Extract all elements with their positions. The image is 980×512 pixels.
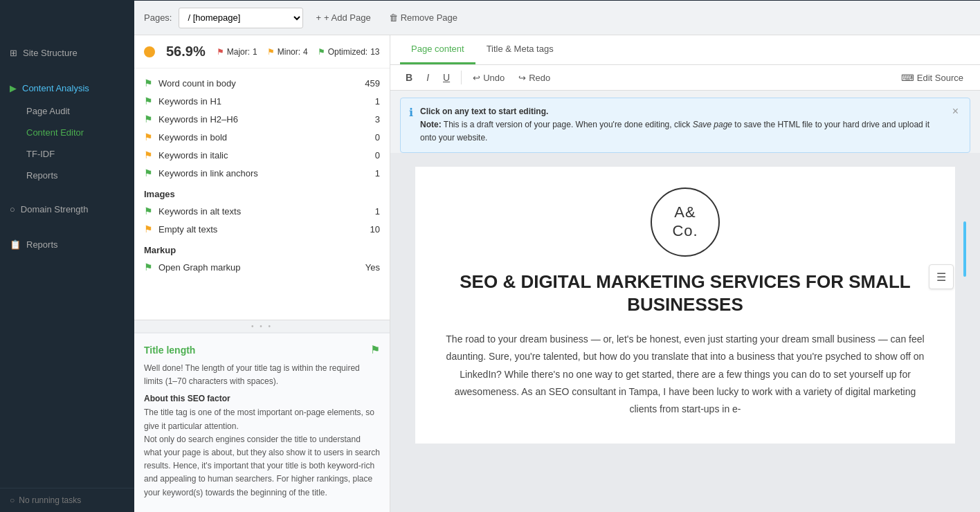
major-label: Major: xyxy=(227,47,250,57)
metric-flag-icon: ⚑ xyxy=(144,262,153,273)
metric-value: 1 xyxy=(363,96,380,107)
info-note-text: This is a draft version of your page. Wh… xyxy=(444,120,690,129)
sidebar-item-content-editor[interactable]: Content Editor xyxy=(0,122,134,143)
metric-word-count: ⚑ Word count in body 459 xyxy=(134,74,390,92)
logo-circle: A&Co. xyxy=(651,188,720,257)
metric-value: 1 xyxy=(363,206,380,217)
editor-toolbar: B I U ↩ Undo ↪ Redo ⌨ Edit Source xyxy=(390,65,980,91)
metric-value: 459 xyxy=(363,78,380,89)
remove-page-button[interactable]: 🗑 Remove Page xyxy=(383,10,463,26)
info-heading: Click on any text to start editing. xyxy=(420,107,548,116)
optimized-count: 13 xyxy=(370,47,379,57)
sidebar-item-page-audit[interactable]: Page Audit xyxy=(0,100,134,122)
edit-source-button[interactable]: ⌨ Edit Source xyxy=(894,70,970,86)
minor-flag: ⚑ Minor: 4 xyxy=(267,47,308,57)
images-section-heading: Images xyxy=(134,182,390,202)
info-icon: ℹ xyxy=(409,106,413,119)
pages-select[interactable]: / [homepage] xyxy=(179,8,303,28)
detail-about-text: The title tag is one of the most importa… xyxy=(144,406,380,499)
score-bar: 56.9% ⚑ Major: 1 ⚑ Minor: 4 ⚑ Optimized: xyxy=(134,35,390,68)
metric-label: Empty alt texts xyxy=(158,224,358,235)
metric-flag-icon: ⚑ xyxy=(144,167,153,179)
sidebar-item-label: Content Analysis xyxy=(22,83,89,93)
optimized-label: Optimized: xyxy=(328,47,368,57)
bold-button[interactable]: B xyxy=(400,69,418,86)
metric-label: Keywords in bold xyxy=(158,132,358,143)
tab-page-content[interactable]: Page content xyxy=(400,35,475,64)
metric-value: 1 xyxy=(363,168,380,179)
plus-icon: + xyxy=(316,12,321,23)
metric-kw-h1: ⚑ Keywords in H1 1 xyxy=(134,92,390,110)
major-count: 1 xyxy=(253,47,257,57)
content-panel: Page content Title & Meta tags B I U ↩ U… xyxy=(390,35,980,512)
metric-flag-icon: ⚑ xyxy=(144,205,153,217)
metric-label: Keywords in italic xyxy=(158,150,358,161)
metric-kw-link: ⚑ Keywords in link anchors 1 xyxy=(134,164,390,182)
info-banner: ℹ Click on any text to start editing. No… xyxy=(400,98,970,153)
reports-icon: 📋 xyxy=(10,239,21,250)
major-flag: ⚑ Major: 1 xyxy=(217,47,257,57)
metric-og-markup: ⚑ Open Graph markup Yes xyxy=(134,258,390,276)
metric-label: Open Graph markup xyxy=(158,262,358,273)
metric-kw-alt: ⚑ Keywords in alt texts 1 xyxy=(134,202,390,220)
page-logo: A&Co. xyxy=(443,188,927,257)
info-save-page: Save page xyxy=(693,120,732,129)
metric-value: 0 xyxy=(363,150,380,161)
metric-label: Word count in body xyxy=(158,78,358,89)
sidebar-item-content-analysis[interactable]: ▶ Content Analysis xyxy=(0,76,134,100)
undo-icon: ↩ xyxy=(473,73,480,83)
info-text: Click on any text to start editing. Note… xyxy=(420,105,943,145)
sidebar-item-tf-idf[interactable]: TF-IDF xyxy=(0,143,134,165)
scroll-accent xyxy=(963,221,966,277)
metric-label: Keywords in H2–H6 xyxy=(158,114,358,125)
logo-text: A&Co. xyxy=(672,203,698,240)
content-tabs: Page content Title & Meta tags xyxy=(390,35,980,65)
pages-label: Pages: xyxy=(144,12,172,23)
minor-label: Minor: xyxy=(278,47,300,57)
sidebar-item-site-structure[interactable]: ⊞ Site Structure xyxy=(0,41,134,65)
italic-button[interactable]: I xyxy=(421,69,435,86)
redo-button[interactable]: ↪ Redo xyxy=(513,70,556,86)
detail-flag-icon: ⚑ xyxy=(370,343,380,356)
metric-value: Yes xyxy=(363,262,380,273)
page-body-text[interactable]: The road to your dream business — or, le… xyxy=(443,331,927,418)
score-circle xyxy=(144,46,155,57)
info-note-label: Note: xyxy=(420,120,442,129)
sidebar-item-reports[interactable]: 📋 Reports xyxy=(0,232,134,257)
minor-flag-icon: ⚑ xyxy=(267,47,275,57)
sidebar-sub-menu: Page Audit Content Editor TF-IDF Reports xyxy=(0,100,134,186)
tab-title-meta[interactable]: Title & Meta tags xyxy=(475,35,565,64)
chart-icon: ▶ xyxy=(10,83,17,93)
sidebar-item-label: Domain Strength xyxy=(21,204,89,214)
metric-kw-italic: ⚑ Keywords in italic 0 xyxy=(134,146,390,164)
page-heading[interactable]: SEO & DIGITAL MARKETING SERVICES FOR SMA… xyxy=(443,271,927,318)
major-flag-icon: ⚑ xyxy=(217,47,224,57)
sidebar-item-reports-sub[interactable]: Reports xyxy=(0,165,134,186)
page-content-area[interactable]: A&Co. SEO & DIGITAL MARKETING SERVICES F… xyxy=(390,153,980,512)
detail-panel: Title length ⚑ Well done! The length of … xyxy=(134,332,390,512)
undo-button[interactable]: ↩ Undo xyxy=(467,70,510,86)
sidebar-item-domain-strength[interactable]: ○ Domain Strength xyxy=(0,197,134,221)
sidebar-item-label: Site Structure xyxy=(23,48,78,58)
add-page-button[interactable]: + + Add Page xyxy=(310,10,376,26)
middle-panel: 56.9% ⚑ Major: 1 ⚑ Minor: 4 ⚑ Optimized: xyxy=(134,35,390,512)
metric-flag-icon: ⚑ xyxy=(144,95,153,107)
metric-value: 10 xyxy=(363,224,380,235)
metric-flag-icon: ⚑ xyxy=(144,149,153,161)
page-content-inner[interactable]: A&Co. SEO & DIGITAL MARKETING SERVICES F… xyxy=(415,167,955,444)
optimized-flag: ⚑ Optimized: 13 xyxy=(318,47,380,57)
metric-flag-icon: ⚑ xyxy=(144,223,153,235)
metric-label: Keywords in H1 xyxy=(158,96,358,107)
drag-handle[interactable]: • • • xyxy=(134,320,390,332)
grid-icon: ⊞ xyxy=(10,48,17,58)
metric-kw-h2h6: ⚑ Keywords in H2–H6 3 xyxy=(134,110,390,128)
info-close-button[interactable]: × xyxy=(950,105,961,118)
metric-label: Keywords in alt texts xyxy=(158,206,358,217)
toc-button[interactable]: ☰ xyxy=(929,264,954,289)
underline-button[interactable]: U xyxy=(437,69,455,86)
pages-bar: Pages: / [homepage] + + Add Page 🗑 Remov… xyxy=(134,1,980,35)
metric-empty-alt: ⚑ Empty alt texts 10 xyxy=(134,220,390,238)
detail-intro-text: Well done! The length of your title tag … xyxy=(144,362,380,388)
redo-icon: ↪ xyxy=(518,73,526,83)
detail-about-heading: About this SEO factor xyxy=(144,394,380,403)
